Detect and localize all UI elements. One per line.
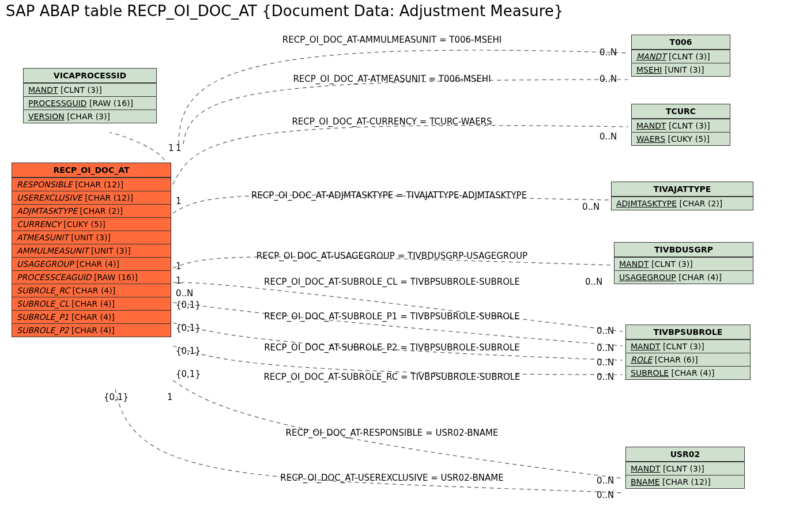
relation-label: RECP_OI_DOC_AT-AMMULMEASUNIT = T006-MSEH… <box>213 35 571 45</box>
cardinality: 1 <box>176 276 182 286</box>
table-row: PROCESSCEAGUID [RAW (16)] <box>12 270 171 284</box>
table-row: ROLE [CHAR (6)] <box>626 353 750 366</box>
table-row: RESPONSIBLE [CHAR (12)] <box>12 178 171 191</box>
cardinality: 0..N <box>600 131 617 142</box>
relation-label: RECP_OI_DOC_AT-ADJMTASKTYPE = TIVAJATTYP… <box>205 190 574 201</box>
table-header: TCURC <box>632 104 730 119</box>
cardinality: {0,1} <box>176 323 201 333</box>
table-row: SUBROLE_P2 [CHAR (4)] <box>12 323 171 337</box>
cardinality: 0..N <box>582 202 600 212</box>
table-row: USEREXCLUSIVE [CHAR (12)] <box>12 191 171 204</box>
relation-label: RECP_OI_DOC_AT-USEREXCLUSIVE = USR02-BNA… <box>213 473 571 483</box>
cardinality: 0..N <box>600 74 617 84</box>
table-row: VERSION [CHAR (3)] <box>24 110 156 123</box>
relation-label: RECP_OI_DOC_AT-SUBROLE_RC = TIVBPSUBROLE… <box>213 372 571 382</box>
table-row: SUBROLE_CL [CHAR (4)] <box>12 297 171 310</box>
table-header: TIVAJATTYPE <box>612 182 753 197</box>
cardinality: 0..N <box>597 372 614 382</box>
table-header: TIVBPSUBROLE <box>626 325 750 339</box>
table-row: MSEHI [UNIT (3)] <box>632 63 730 76</box>
cardinality: 0..N <box>600 47 617 58</box>
cardinality: {0,1} <box>176 346 201 356</box>
table-row: MANDT [CLNT (3)] <box>24 83 156 96</box>
table-row: MANDT [CLNT (3)] <box>626 339 750 353</box>
relation-label: RECP_OI_DOC_AT-SUBROLE_CL = TIVBPSUBROLE… <box>213 277 571 287</box>
table-tivbpsubrole: TIVBPSUBROLE MANDT [CLNT (3)] ROLE [CHAR… <box>625 325 751 380</box>
table-tivbdusgrp: TIVBDUSGRP MANDT [CLNT (3)] USAGEGROUP [… <box>614 242 753 284</box>
relation-label: RECP_OI_DOC_AT-CURRENCY = TCURC-WAERS <box>213 116 571 127</box>
table-row: SUBROLE_RC [CHAR (4)] <box>12 284 171 297</box>
cardinality: {0,1} <box>104 392 129 402</box>
cardinality: {0,1} <box>176 300 201 310</box>
table-vicaprocessid: VICAPROCESSID MANDT [CLNT (3)] PROCESSGU… <box>23 68 157 123</box>
table-row: MANDT [CLNT (3)] <box>614 257 753 270</box>
cardinality: 0..N <box>597 326 614 336</box>
cardinality: 1 <box>176 196 182 206</box>
cardinality: 0..N <box>585 277 602 287</box>
table-row: SUBROLE_P1 [CHAR (4)] <box>12 310 171 323</box>
table-usr02: USR02 MANDT [CLNT (3)] BNAME [CHAR (12)] <box>625 447 745 489</box>
relation-label: RECP_OI_DOC_AT-SUBROLE_P1 = TIVBPSUBROLE… <box>213 311 571 322</box>
cardinality: 1 <box>168 143 174 153</box>
relation-label: RECP_OI_DOC_AT-SUBROLE_P2 = TIVBPSUBROLE… <box>213 342 571 353</box>
cardinality: 0..N <box>176 288 193 299</box>
table-row: USAGEGROUP [CHAR (4)] <box>614 270 753 284</box>
cardinality: 1 <box>167 392 173 402</box>
table-row: MANDT [CLNT (3)] <box>632 119 730 132</box>
table-row: PROCESSGUID [RAW (16)] <box>24 96 156 110</box>
relation-label: RECP_OI_DOC_AT-ATMEASUNIT = T006-MSEHI <box>213 74 571 84</box>
table-header: VICAPROCESSID <box>24 69 156 83</box>
table-row: ADJMTASKTYPE [CHAR (2)] <box>612 197 753 210</box>
table-header: USR02 <box>626 447 744 462</box>
table-row: AMMULMEASUNIT [UNIT (3)] <box>12 244 171 257</box>
table-row: CURRENCY [CUKY (5)] <box>12 217 171 231</box>
relation-label: RECP_OI_DOC_AT-RESPONSIBLE = USR02-BNAME <box>213 428 571 438</box>
cardinality: 1 <box>176 261 182 271</box>
table-header: T006 <box>632 35 730 50</box>
cardinality: {0,1} <box>176 369 201 379</box>
table-row: SUBROLE [CHAR (4)] <box>626 366 750 379</box>
table-row: ATMEASUNIT [UNIT (3)] <box>12 231 171 244</box>
diagram-canvas: SAP ABAP table RECP_OI_DOC_AT {Document … <box>0 0 788 532</box>
cardinality: 0..N <box>597 490 614 500</box>
table-row: MANDT [CLNT (3)] <box>632 50 730 63</box>
table-row: WAERS [CUKY (5)] <box>632 132 730 145</box>
table-row: USAGEGROUP [CHAR (4)] <box>12 257 171 270</box>
table-row: MANDT [CLNT (3)] <box>626 462 744 475</box>
table-row: BNAME [CHAR (12)] <box>626 475 744 488</box>
table-tivajattype: TIVAJATTYPE ADJMTASKTYPE [CHAR (2)] <box>611 182 753 210</box>
table-tcurc: TCURC MANDT [CLNT (3)] WAERS [CUKY (5)] <box>631 104 730 146</box>
table-t006: T006 MANDT [CLNT (3)] MSEHI [UNIT (3)] <box>631 35 730 77</box>
table-header: RECP_OI_DOC_AT <box>12 163 171 178</box>
table-row: ADJMTASKTYPE [CHAR (2)] <box>12 204 171 217</box>
cardinality: 0..N <box>597 357 614 368</box>
table-header: TIVBDUSGRP <box>614 243 753 257</box>
page-title: SAP ABAP table RECP_OI_DOC_AT {Document … <box>6 2 563 20</box>
table-recp-oi-doc-at: RECP_OI_DOC_AT RESPONSIBLE [CHAR (12)] U… <box>12 163 171 337</box>
relation-label: RECP_OI_DOC_AT-USAGEGROUP = TIVBDUSGRP-U… <box>213 251 571 261</box>
cardinality: 0..N <box>597 476 614 486</box>
cardinality: 0..N <box>597 343 614 353</box>
cardinality: 1 <box>176 143 182 153</box>
